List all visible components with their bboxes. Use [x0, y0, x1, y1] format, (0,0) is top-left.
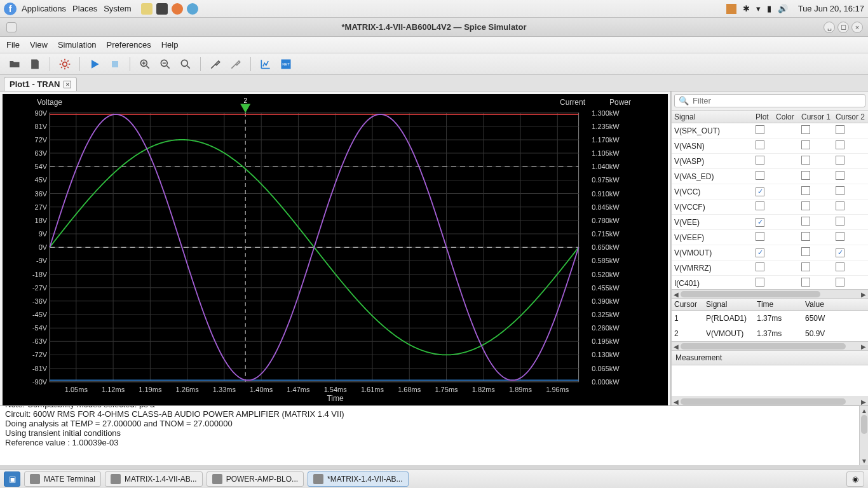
cursor2-checkbox[interactable]: [836, 186, 844, 195]
console-vscrollbar[interactable]: ▲ ▼: [859, 406, 868, 465]
volume-icon[interactable]: 🔊: [778, 4, 788, 13]
signal-row[interactable]: V(VAS_ED): [672, 169, 868, 184]
workspace-switcher[interactable]: ◉: [846, 471, 864, 487]
plot-checkbox[interactable]: ✓: [756, 248, 764, 257]
scroll-right-icon[interactable]: ▶: [859, 342, 868, 351]
cursor1-checkbox[interactable]: [801, 156, 810, 165]
plot-checkbox[interactable]: [756, 140, 764, 149]
battery-icon[interactable]: ▮: [767, 4, 771, 13]
signal-row[interactable]: V(SPK_OUT): [672, 123, 868, 139]
window-control-menu[interactable]: [6, 22, 17, 32]
scroll-left-icon[interactable]: ◀: [672, 290, 681, 299]
window-close-button[interactable]: ×: [851, 22, 863, 33]
settings-gear-icon[interactable]: [57, 56, 73, 72]
cursor-row[interactable]: 2V(VMOUT)1.37ms50.9V: [672, 326, 868, 341]
scroll-down-icon[interactable]: ▼: [860, 456, 868, 465]
scroll-thumb[interactable]: [681, 291, 820, 297]
plot-checkbox[interactable]: [756, 201, 764, 210]
tab-plot1[interactable]: Plot1 - TRAN ×: [4, 77, 77, 91]
cursor2-checkbox[interactable]: [836, 217, 844, 226]
cursor1-checkbox[interactable]: [801, 140, 810, 149]
plot-checkbox[interactable]: [756, 262, 764, 271]
scroll-thumb[interactable]: [681, 343, 846, 349]
signal-row[interactable]: V(VMRRZ): [672, 261, 868, 276]
signal-row[interactable]: I(C401): [672, 276, 868, 289]
package-update-icon[interactable]: [726, 4, 736, 14]
tab-close-icon[interactable]: ×: [64, 81, 71, 88]
zoom-out-button[interactable]: [157, 56, 173, 72]
signal-row[interactable]: V(VASN): [672, 139, 868, 154]
run-button[interactable]: [86, 56, 103, 72]
signal-row[interactable]: V(VASP): [672, 154, 868, 169]
cursor1-checkbox[interactable]: [801, 232, 810, 241]
taskbar-item-spice[interactable]: *MATRIX-1.4-VII-AB...: [308, 471, 408, 487]
signal-filter-input[interactable]: [693, 96, 861, 105]
plot-checkbox[interactable]: [756, 278, 764, 287]
cursor2-checkbox[interactable]: [836, 278, 844, 287]
taskbar-item-kicad[interactable]: MATRIX-1.4-VII-AB...: [105, 471, 203, 487]
cursor1-checkbox[interactable]: [801, 278, 810, 287]
cursor1-checkbox[interactable]: [801, 171, 810, 180]
menu-help[interactable]: Help: [161, 40, 179, 50]
probe-current-button[interactable]: [227, 56, 244, 72]
cursor1-checkbox[interactable]: [801, 186, 810, 195]
zoom-in-button[interactable]: [137, 56, 153, 72]
filemanager-icon[interactable]: [141, 3, 153, 15]
cursor1-checkbox[interactable]: [801, 201, 810, 210]
cursor1-checkbox[interactable]: [801, 262, 810, 271]
open-button[interactable]: [6, 56, 23, 72]
scroll-left-icon[interactable]: ◀: [672, 342, 681, 351]
clock[interactable]: Tue Jun 20, 16:17: [798, 4, 864, 13]
plot-checkbox[interactable]: [756, 125, 764, 134]
cursor2-checkbox[interactable]: ✓: [836, 248, 844, 257]
cursor-hscrollbar[interactable]: ◀ ▶: [672, 341, 868, 350]
cursor2-checkbox[interactable]: [836, 125, 844, 134]
plot-checkbox[interactable]: [756, 171, 764, 180]
window-minimize-button[interactable]: ␣: [824, 22, 835, 33]
menu-applications[interactable]: Applications: [22, 4, 66, 13]
cursor2-checkbox[interactable]: [836, 232, 844, 241]
wifi-icon[interactable]: ▾: [756, 4, 761, 13]
probe-voltage-button[interactable]: [207, 56, 224, 72]
cursor2-checkbox[interactable]: [836, 156, 844, 165]
cursor1-checkbox[interactable]: [801, 125, 810, 134]
plot-checkbox[interactable]: [756, 156, 764, 165]
signal-row[interactable]: V(VCCF): [672, 200, 868, 215]
signal-row[interactable]: V(VMOUT)✓✓: [672, 245, 868, 261]
menu-file[interactable]: File: [6, 40, 20, 50]
taskbar-item-terminal[interactable]: MATE Terminal: [24, 471, 101, 487]
menu-system[interactable]: System: [104, 4, 131, 13]
fedora-menu-icon[interactable]: f: [4, 3, 17, 15]
signal-hscrollbar[interactable]: ◀ ▶: [672, 289, 868, 298]
zoom-fit-button[interactable]: [177, 56, 194, 72]
scroll-right-icon[interactable]: ▶: [859, 397, 868, 406]
bluetooth-icon[interactable]: ✱: [743, 4, 750, 13]
scroll-thumb[interactable]: [861, 415, 867, 434]
plot-canvas[interactable]: Voltage Current Power Time 90V81V72V63V5…: [3, 94, 668, 405]
netlist-button[interactable]: NET: [278, 56, 294, 72]
scroll-right-icon[interactable]: ▶: [859, 290, 868, 299]
firefox-icon[interactable]: [172, 3, 183, 15]
scroll-up-icon[interactable]: ▲: [860, 406, 868, 415]
app-launcher-icon[interactable]: [187, 3, 198, 15]
plot-config-button[interactable]: [257, 56, 274, 72]
stop-button[interactable]: [107, 56, 123, 72]
signal-row[interactable]: V(VEEF): [672, 230, 868, 245]
menu-places[interactable]: Places: [72, 4, 97, 13]
scroll-left-icon[interactable]: ◀: [672, 397, 681, 406]
menu-preferences[interactable]: Preferences: [107, 40, 151, 50]
signal-row[interactable]: V(VCC)✓: [672, 184, 868, 200]
cursor2-checkbox[interactable]: [836, 262, 844, 271]
measurement-hscrollbar[interactable]: ◀ ▶: [672, 396, 868, 405]
scroll-thumb[interactable]: [681, 398, 846, 405]
plot-checkbox[interactable]: ✓: [756, 187, 764, 196]
taskbar-item-poweramp[interactable]: POWER-AMP-BLO...: [207, 471, 304, 487]
menu-view[interactable]: View: [30, 40, 48, 50]
console-output[interactable]: Note: Compatibility modes selected: ps a…: [0, 405, 868, 465]
save-button[interactable]: [27, 56, 43, 72]
show-desktop-button[interactable]: ▣: [4, 471, 20, 487]
cursor2-checkbox[interactable]: [836, 140, 844, 149]
plot-checkbox[interactable]: ✓: [756, 218, 764, 227]
menu-simulation[interactable]: Simulation: [58, 40, 97, 50]
cursor2-checkbox[interactable]: [836, 201, 844, 210]
